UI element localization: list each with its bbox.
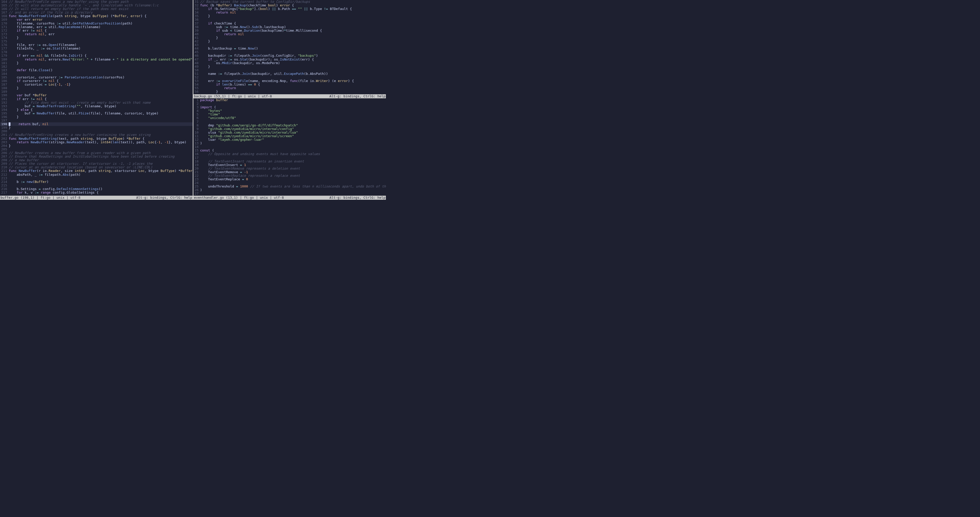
line-text[interactable]: // Backup saves the current buffer to Co… — [200, 0, 386, 3]
code-line[interactable]: 167// and an error if the file is a dire… — [0, 11, 192, 14]
line-text[interactable]: cursorLoc = Loc{-1, -1} — [9, 83, 192, 86]
code-line[interactable]: 27 — [193, 192, 386, 195]
line-text[interactable]: } — [9, 115, 192, 119]
line-text[interactable] — [200, 120, 386, 124]
line-text[interactable]: } — [9, 86, 192, 90]
line-text[interactable]: filename, cursorPos := util.GetPathAndCu… — [9, 22, 192, 25]
line-text[interactable]: err := overwriteFile(name, encoding.Nop,… — [200, 79, 386, 83]
code-line[interactable]: 207// Ensure that ReadSettings and InitG… — [0, 155, 192, 158]
code-line[interactable]: 184 — [0, 72, 192, 76]
pane-left[interactable]: 164// NewBufferFromFile opens a new buff… — [0, 0, 192, 196]
code-line[interactable]: 49 } — [193, 65, 386, 69]
code-line[interactable]: 180 return nil, errors.New("Error: " + f… — [0, 58, 192, 61]
code-line[interactable]: 187 cursorLoc = Loc{-1, -1} — [0, 83, 192, 86]
code-line[interactable]: 176 file, err := os.Open(filename) — [0, 43, 192, 47]
code-line[interactable]: 174 } — [0, 36, 192, 40]
code-line[interactable]: 170 filename, cursorPos := util.GetPathA… — [0, 22, 192, 25]
code-line[interactable]: 6 "unicode/utf8" — [193, 116, 386, 120]
line-text[interactable]: } else { — [9, 108, 192, 112]
code-line[interactable]: 194 } else { — [0, 108, 192, 112]
code-line[interactable]: 171 filename, err = util.ReplaceHome(fil… — [0, 25, 192, 29]
code-line[interactable]: 8 dmp "github.com/sergi/go-diff/diffmatc… — [193, 124, 386, 127]
code-line[interactable]: 3import ( — [193, 105, 386, 109]
code-line[interactable]: 46 backupdir := filepath.Join(config.Con… — [193, 54, 386, 57]
line-text[interactable]: if !b.Settings["backup"].(bool) || b.Pat… — [200, 7, 386, 11]
line-text[interactable]: return nil, err — [9, 32, 192, 36]
line-text[interactable]: // TextEventReplace represents a replace… — [200, 174, 386, 177]
code-line[interactable]: 5 "time" — [193, 113, 386, 116]
code-line[interactable]: 44 b.lastbackup = time.Now() — [193, 47, 386, 50]
line-text[interactable]: buf = NewBuffer(file, util.FSize(file), … — [9, 112, 192, 115]
code-line[interactable]: 26) — [193, 188, 386, 192]
command-bar[interactable] — [0, 200, 386, 203]
code-line[interactable]: 199} — [0, 126, 192, 129]
line-text[interactable]: cursorLoc, cursorerr := ParseCursorLocat… — [9, 76, 192, 79]
code-line[interactable]: 186 if cursorerr != nil { — [0, 79, 192, 83]
line-text[interactable]: } — [200, 90, 386, 94]
code-line[interactable]: 53 err := overwriteFile(name, encoding.N… — [193, 79, 386, 83]
code-line[interactable]: 32func (b *Buffer) Backup(checkTime bool… — [193, 3, 386, 7]
code-line[interactable]: 211func NewBuffer(r io.Reader, size int6… — [0, 169, 192, 173]
line-text[interactable]: if _, err := os.Stat(backupdir); os.IsNo… — [200, 58, 386, 61]
line-text[interactable]: func (b *Buffer) Backup(checkTime bool) … — [200, 3, 386, 7]
line-text[interactable]: luar "layeh.com/gopher-luar" — [200, 138, 386, 142]
line-text[interactable] — [9, 65, 192, 69]
line-text[interactable]: // a new buffer — [9, 158, 192, 162]
line-text[interactable]: import ( — [200, 105, 386, 109]
code-line[interactable]: 33 if !b.Settings["backup"].(bool) || b.… — [193, 7, 386, 11]
line-text[interactable] — [200, 43, 386, 47]
code-line[interactable]: 185 cursorLoc, cursorerr := ParseCursorL… — [0, 76, 192, 79]
line-text[interactable]: buf = NewBufferFromString("", filename, … — [9, 104, 192, 108]
code-line[interactable]: 166// It will return an empty buffer if … — [0, 7, 192, 11]
code-line[interactable]: 193 buf = NewBufferFromString("", filena… — [0, 104, 192, 108]
line-text[interactable]: ) — [200, 142, 386, 145]
code-line[interactable]: 201// NewBufferFromString creates a new … — [0, 133, 192, 137]
code-line[interactable]: 190 var buf *Buffer — [0, 94, 192, 97]
line-text[interactable]: // Opposite and undoing events must have… — [200, 152, 386, 156]
code-line[interactable]: 1package buffer — [193, 98, 386, 102]
code-backup-go[interactable]: 31// Backup saves the current buffer to … — [193, 0, 386, 94]
line-text[interactable]: absPath, _ := filepath.Abs(path) — [9, 173, 192, 177]
code-line[interactable]: 12 luar "layeh.com/gopher-luar" — [193, 138, 386, 142]
line-text[interactable]: TextEventReplace = 0 — [200, 177, 386, 181]
line-text[interactable]: dmp "github.com/sergi/go-diff/diffmatchp… — [200, 124, 386, 127]
line-text[interactable]: // cursor at an autodetected location (b… — [9, 166, 192, 169]
line-text[interactable] — [200, 76, 386, 79]
line-text[interactable]: // NewBufferFromString creates a new buf… — [9, 133, 192, 137]
line-text[interactable] — [9, 148, 192, 151]
code-line[interactable]: 178 — [0, 50, 192, 54]
code-line[interactable]: 175 — [0, 40, 192, 43]
code-line[interactable]: 15const ( — [193, 148, 386, 152]
code-line[interactable]: 200 — [0, 129, 192, 133]
line-text[interactable]: // Ensure that ReadSettings and InitGlob… — [9, 155, 192, 158]
line-text[interactable]: } — [200, 65, 386, 69]
code-line[interactable]: 19 TextEventInsert = 1 — [193, 163, 386, 167]
code-line[interactable]: 34 return nil — [193, 11, 386, 14]
code-line[interactable]: 40 return nil — [193, 32, 386, 36]
line-text[interactable]: // File does not exist -- create an empt… — [9, 101, 192, 104]
line-text[interactable] — [200, 192, 386, 195]
code-line[interactable]: 189 — [0, 90, 192, 94]
code-line[interactable]: 202func NewBufferFromString(text, path s… — [0, 137, 192, 140]
code-line[interactable]: 217 for k, v := range config.GlobalSetti… — [0, 191, 192, 195]
code-eventhandler-go[interactable]: 1package buffer23import (4 "bytes"5 "tim… — [193, 98, 386, 196]
line-text[interactable]: "github.com/zyedidia/micro/internal/scre… — [200, 134, 386, 138]
line-text[interactable]: if checkTime { — [200, 22, 386, 25]
line-text[interactable]: TextEventInsert = 1 — [200, 163, 386, 167]
line-text[interactable]: var buf *Buffer — [9, 94, 192, 97]
line-text[interactable]: return NewBuffer(strings.NewReader(text)… — [9, 140, 192, 144]
code-line[interactable]: 164// NewBufferFromFile opens a new buff… — [0, 0, 192, 3]
code-buffer-go[interactable]: 164// NewBufferFromFile opens a new buff… — [0, 0, 192, 195]
code-line[interactable]: 212 absPath, _ := filepath.Abs(path) — [0, 173, 192, 177]
line-text[interactable]: file, err := os.Open(filename) — [9, 43, 192, 47]
line-text[interactable]: } — [200, 36, 386, 40]
code-line[interactable]: 7 — [193, 120, 386, 124]
code-line[interactable]: 177 fileInfo, _ := os.Stat(filename) — [0, 47, 192, 50]
line-text[interactable]: } — [9, 126, 192, 129]
code-line[interactable]: 168func NewBufferFromFile(path string, b… — [0, 14, 192, 18]
code-line[interactable]: 173 return nil, err — [0, 32, 192, 36]
line-text[interactable]: return — [200, 86, 386, 90]
code-line[interactable]: 9 "github.com/zyedidia/micro/internal/co… — [193, 127, 386, 131]
line-text[interactable] — [9, 119, 192, 122]
code-line[interactable]: 197 — [0, 119, 192, 122]
